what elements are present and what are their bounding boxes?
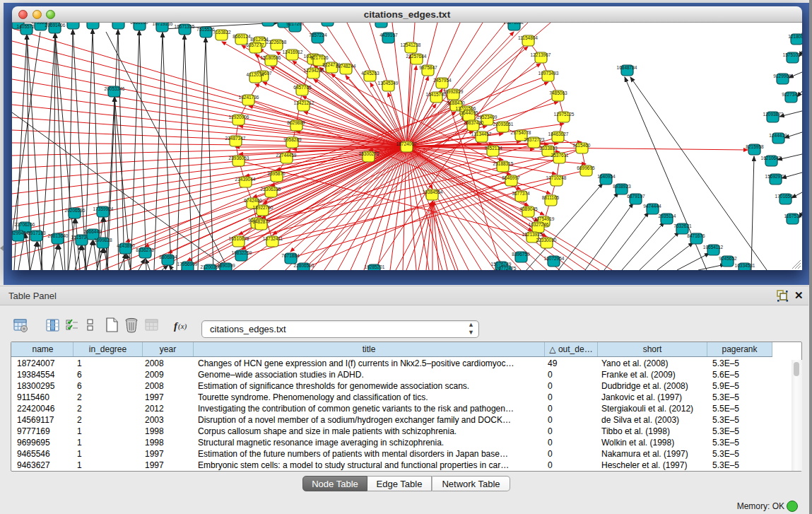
svg-text:9245652: 9245652 <box>719 256 737 261</box>
svg-text:12920906: 12920906 <box>229 115 249 119</box>
svg-text:23706266: 23706266 <box>15 222 35 227</box>
svg-text:18724007: 18724007 <box>396 141 417 146</box>
svg-text:7857224: 7857224 <box>309 33 327 37</box>
svg-text:19299464: 19299464 <box>12 230 29 235</box>
svg-text:21257684: 21257684 <box>406 54 427 59</box>
svg-text:15180586: 15180586 <box>261 55 281 60</box>
svg-text:20772475: 20772475 <box>496 266 517 270</box>
svg-text:1890399: 1890399 <box>217 263 235 268</box>
svg-text:12541238: 12541238 <box>401 42 421 47</box>
svg-text:7163822: 7163822 <box>213 30 231 35</box>
svg-text:13241736: 13241736 <box>239 95 259 100</box>
svg-text:6457765: 6457765 <box>293 85 312 90</box>
svg-text:19384554: 19384554 <box>423 189 443 194</box>
svg-text:1839221: 1839221 <box>64 23 82 23</box>
svg-text:6466160: 6466160 <box>130 23 148 25</box>
svg-text:6357277: 6357277 <box>246 42 264 47</box>
svg-text:21439044: 21439044 <box>235 177 256 182</box>
svg-text:10653287: 10653287 <box>83 23 103 23</box>
svg-text:2935114: 2935114 <box>659 214 676 218</box>
svg-text:18992829: 18992829 <box>443 89 464 94</box>
svg-text:4112034: 4112034 <box>247 72 264 77</box>
svg-text:16072954: 16072954 <box>544 256 565 261</box>
svg-text:9217207: 9217207 <box>286 23 305 26</box>
svg-text:17016504: 17016504 <box>775 194 796 199</box>
svg-text:4389045: 4389045 <box>519 206 538 211</box>
svg-text:6482877: 6482877 <box>252 219 271 224</box>
svg-text:10710248: 10710248 <box>546 175 567 180</box>
svg-text:20206536: 20206536 <box>65 208 86 213</box>
svg-text:22306335: 22306335 <box>261 187 281 192</box>
svg-text:10327246: 10327246 <box>529 222 549 227</box>
svg-text:12975125: 12975125 <box>554 112 575 117</box>
svg-text:12093873: 12093873 <box>763 112 784 117</box>
svg-text:13134457: 13134457 <box>471 132 492 136</box>
svg-text:8811165: 8811165 <box>542 195 560 200</box>
svg-text:5188470: 5188470 <box>447 100 465 105</box>
svg-text:25300275: 25300275 <box>359 151 379 156</box>
svg-text:10837430: 10837430 <box>464 120 484 125</box>
svg-text:8660124: 8660124 <box>233 34 251 39</box>
svg-text:8336273: 8336273 <box>136 247 154 252</box>
svg-text:20372723: 20372723 <box>524 137 545 142</box>
svg-text:22093651: 22093651 <box>493 122 514 127</box>
svg-text:21754078: 21754078 <box>511 130 531 135</box>
svg-text:23487347: 23487347 <box>225 136 246 141</box>
svg-text:7515526: 7515526 <box>196 27 215 32</box>
svg-text:(x): (x) <box>178 322 187 331</box>
svg-text:16213925: 16213925 <box>522 232 543 237</box>
svg-text:3917183: 3917183 <box>28 230 46 235</box>
svg-text:16510878: 16510878 <box>229 236 249 241</box>
svg-text:1167534: 1167534 <box>784 214 802 218</box>
svg-text:22455603: 22455603 <box>12 23 28 23</box>
svg-text:7485063: 7485063 <box>549 90 567 95</box>
svg-text:9129966: 9129966 <box>773 74 792 78</box>
svg-text:9958289: 9958289 <box>283 137 302 142</box>
svg-text:12416912: 12416912 <box>283 49 303 54</box>
svg-text:6217026: 6217026 <box>310 55 329 60</box>
svg-text:7452134: 7452134 <box>484 146 502 151</box>
svg-text:6742460: 6742460 <box>244 198 262 203</box>
svg-text:18922760: 18922760 <box>253 205 273 210</box>
svg-text:8806804: 8806804 <box>159 255 177 259</box>
svg-text:22330030: 22330030 <box>536 238 557 243</box>
svg-text:19832259: 19832259 <box>232 250 252 255</box>
svg-text:15751074: 15751074 <box>783 52 802 57</box>
svg-text:6899695: 6899695 <box>577 165 595 170</box>
svg-text:9115460: 9115460 <box>573 143 591 148</box>
svg-text:1218062: 1218062 <box>788 34 802 39</box>
svg-text:13754919: 13754919 <box>534 216 555 221</box>
svg-text:1640954: 1640954 <box>597 174 616 179</box>
svg-text:3677374: 3677374 <box>512 191 530 196</box>
svg-text:13732411: 13732411 <box>263 236 283 241</box>
svg-text:20876852: 20876852 <box>504 23 524 25</box>
svg-text:19523409: 19523409 <box>477 115 498 119</box>
svg-text:8396759: 8396759 <box>512 252 530 257</box>
svg-text:1999828: 1999828 <box>94 238 112 243</box>
svg-text:18463627: 18463627 <box>548 132 569 136</box>
svg-text:20053346: 20053346 <box>105 86 125 91</box>
svg-text:1244419: 1244419 <box>769 133 787 138</box>
svg-text:6879197: 6879197 <box>627 194 645 199</box>
svg-text:11154804: 11154804 <box>518 35 538 40</box>
svg-text:20813640: 20813640 <box>48 233 69 238</box>
svg-text:2066449: 2066449 <box>83 229 102 234</box>
svg-text:8215958: 8215958 <box>746 144 764 149</box>
svg-text:22806503: 22806503 <box>294 263 314 268</box>
svg-text:9474444: 9474444 <box>643 204 661 209</box>
svg-text:22744459: 22744459 <box>276 153 297 158</box>
svg-text:3644095: 3644095 <box>460 110 478 115</box>
svg-text:2457954: 2457954 <box>433 78 452 83</box>
svg-text:19285201: 19285201 <box>365 264 385 269</box>
svg-text:23188315: 23188315 <box>493 161 514 166</box>
svg-text:10973493: 10973493 <box>539 71 559 76</box>
svg-text:8471676: 8471676 <box>687 233 705 238</box>
svg-text:23226058: 23226058 <box>266 40 287 45</box>
svg-text:4143890: 4143890 <box>117 243 135 248</box>
svg-text:20691406: 20691406 <box>45 23 66 28</box>
svg-text:8646997: 8646997 <box>502 175 520 180</box>
svg-text:16848784: 16848784 <box>617 65 637 70</box>
svg-text:3395870: 3395870 <box>267 171 286 176</box>
svg-text:23936053: 23936053 <box>229 156 249 160</box>
svg-text:4245263: 4245263 <box>361 71 379 76</box>
